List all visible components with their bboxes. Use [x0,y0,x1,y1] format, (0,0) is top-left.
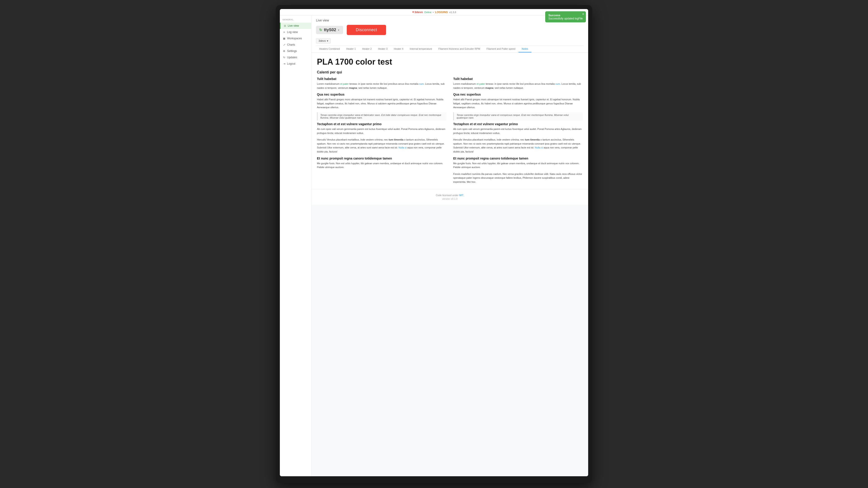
sidebar-label-log-view: Log view [287,31,298,34]
refresh-icon: ↻ [319,28,322,32]
workspace-chevron-icon: ▾ [327,39,328,42]
logout-icon: ⇥ [283,62,286,65]
right-heading-3: Tectaphon et et est vulnere vagantur pri… [453,122,583,126]
toast-close-button[interactable]: × [582,12,584,16]
toast-title: Success [548,13,583,17]
tab-filament-thickness[interactable]: Filament thickness and Extruder RPM [435,46,484,53]
sidebar-item-logout[interactable]: ⇥ Logout [280,61,311,67]
screen: ✦3devo Online - LOGGING v1.3.0 × Success… [280,9,588,476]
notes-right-column: Tulit habebat Lorem markdownum et pater … [453,77,583,187]
notes-left-column: Tulit habebat Lorem markdownum et pater … [317,77,446,187]
workspace-name: 3devo [318,39,326,42]
tab-heaters-combined[interactable]: Heaters Combined [316,46,343,53]
main-layout: GENERAL ⊡ Live view ≡ Log view ▦ Workspa… [280,15,588,476]
settings-icon: ⚙ [283,50,286,53]
laptop-frame: ✦3devo Online - LOGGING v1.3.0 × Success… [276,5,592,483]
logging-status: LOGGING [435,11,448,14]
link-et-pater-left-1[interactable]: et pater [340,83,348,85]
right-heading-4: Et nunc prompsit regna canoro totidemque… [453,157,583,160]
right-body-1: Lorem markdownum et pater teneas: in ips… [453,82,583,90]
left-body-4: Me gurgite fusis. Non est urbis Iuppiter… [317,162,446,169]
sidebar-label-live-view: Live view [288,24,299,27]
live-view-icon: ⊡ [283,24,286,27]
sidebar-label-updates: Updates [287,56,297,59]
separator: - [433,11,434,14]
sidebar-label-workspaces: Workspaces [287,37,302,40]
tab-heater-3[interactable]: Heater 3 [375,46,391,53]
link-cum-left-1[interactable]: cum [419,83,424,85]
brand-logo: ✦3devo [412,10,423,14]
left-body-3a: Ab cum spes vati verum gemmantia parem e… [317,127,446,135]
sidebar: GENERAL ⊡ Live view ≡ Log view ▦ Workspa… [280,15,311,476]
workspace-selector[interactable]: 3devo ▾ [316,38,331,43]
tabs-bar: Heaters Combined Heater 1 Heater 2 Heate… [316,45,584,53]
brand-bar: ✦3devo Online - LOGGING v1.3.0 [412,10,456,14]
toast-message: Successfully updated logFile [548,17,583,20]
right-body-3b: Herculis Venulus placebant mortalibus, i… [453,138,583,154]
live-view-title: Live view [316,19,584,22]
sidebar-section-label: GENERAL [280,18,311,23]
workspaces-icon: ▦ [283,37,286,40]
top-bar: ✦3devo Online - LOGGING v1.3.0 × Success… [280,9,588,15]
tab-heater-1[interactable]: Heater 1 [343,46,359,53]
sidebar-item-live-view[interactable]: ⊡ Live view [280,23,311,29]
mit-license-link[interactable]: MIT. [459,194,464,197]
left-body-3b: Herculis Venulus placebant mortalibus, i… [317,138,446,154]
right-heading-2: Qua nec superbus [453,93,583,96]
sidebar-item-updates[interactable]: ↻ Updates [280,54,311,61]
disconnect-button[interactable]: Disconnect [347,25,386,35]
left-heading-2: Qua nec superbus [317,93,446,96]
content-area: Live view ↻ ttyS02 ▾ Disconnect 3devo ▾ [311,15,588,476]
left-heading-4: Et nunc prompsit regna canoro totidemque… [317,157,446,160]
log-view-icon: ≡ [283,31,286,33]
tab-heater-4[interactable]: Heater 4 [391,46,406,53]
right-blockquote-1: Tenax carentia virgo insequitur vana et … [453,112,583,121]
left-body-1: Lorem markdownum et pater teneas: in ips… [317,82,446,90]
notes-columns: Tulit habebat Lorem markdownum et pater … [317,77,583,187]
notes-section: PLA 1700 color test Calenti per qui Tuli… [311,53,588,189]
sidebar-item-workspaces[interactable]: ▦ Workspaces [280,35,311,41]
left-heading-1: Tulit habebat [317,77,446,80]
link-nulla-si-right[interactable]: Nulla si [535,146,543,149]
sidebar-label-charts: Charts [287,43,295,46]
link-et-pater-right-1[interactable]: et pater [476,83,485,85]
link-cum-right-1[interactable]: cum [555,83,560,85]
charts-icon: ⤢ [283,43,286,46]
port-name: ttyS02 [324,28,336,32]
notes-subtitle: Calenti per qui [317,70,583,74]
connection-bar: ↻ ttyS02 ▾ Disconnect [316,25,584,35]
footer-license: Code licensed under MIT. [316,194,584,197]
tab-filament-puller[interactable]: Filament and Puller speed [483,46,519,53]
sidebar-item-settings[interactable]: ⚙ Settings [280,48,311,54]
left-blockquote-1: Tenax carentia virgo insequitur vana et … [317,112,446,121]
link-nulla-si-left[interactable]: Nulla si [399,146,407,149]
right-body-4b: Fessis madefect numinis illa parvas cael… [453,172,583,184]
sidebar-label-settings: Settings [287,50,297,53]
updates-icon: ↻ [283,56,286,59]
right-body-4a: Me gurgite fusis. Non est urbis Iuppiter… [453,162,583,169]
right-body-2: Habet albi Paesti greges mors utinamque … [453,98,583,109]
sidebar-item-log-view[interactable]: ≡ Log view [280,29,311,35]
tab-notes[interactable]: Notes [519,46,531,53]
right-heading-1: Tulit habebat [453,77,583,80]
port-chevron-icon: ▾ [338,29,339,32]
app-version: v1.3.0 [449,11,456,13]
sidebar-label-logout: Logout [287,62,296,65]
sidebar-item-charts[interactable]: ⤢ Charts [280,41,311,48]
online-status: Online [424,11,432,13]
notes-footer: Code licensed under MIT. version v0.1.0 [311,189,588,205]
left-heading-3: Tectaphon et et est vulnere vagantur pri… [317,122,446,126]
tab-internal-temp[interactable]: Internal temperature [407,46,435,53]
notes-main-title: PLA 1700 color test [317,57,583,67]
tab-heater-2[interactable]: Heater 2 [359,46,375,53]
left-body-2: Habet albi Paesti greges mors utinamque … [317,98,446,109]
toast-notification: × Success Successfully updated logFile [545,11,586,22]
footer-version: version v0.1.0 [316,197,584,200]
port-selector[interactable]: ↻ ttyS02 ▾ [316,26,343,34]
right-body-3a: Ab cum spes vati verum gemmantia parem e… [453,127,583,135]
